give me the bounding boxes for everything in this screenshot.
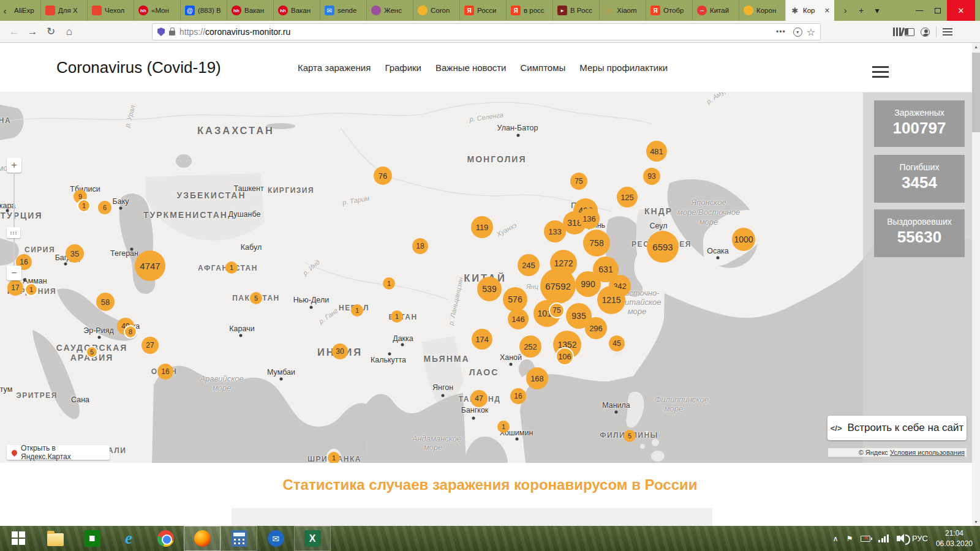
browser-tab[interactable]: @(883) В (180, 0, 227, 21)
infection-count-bubble[interactable]: 5 (624, 430, 636, 442)
infection-count-bubble[interactable]: 119 (471, 216, 493, 238)
zoom-out-button[interactable]: − (7, 266, 21, 280)
zoom-in-button[interactable]: + (7, 158, 21, 173)
browser-tab[interactable]: Для X (40, 0, 87, 21)
browser-tab[interactable]: ☞Xiaom (599, 0, 646, 21)
taskbar-excel-icon[interactable]: X (294, 526, 331, 551)
pocket-icon[interactable]: ▾ (793, 28, 802, 37)
taskbar-firefox-icon[interactable] (184, 526, 221, 551)
sidebar-icon[interactable] (905, 28, 914, 36)
url-bar[interactable]: https://coronavirus-monitor.ru ••• ▾ ☆ (152, 23, 821, 40)
page-scrollbar[interactable]: ▲ ▼ (972, 43, 980, 526)
browser-tab[interactable]: Чехол (87, 0, 134, 21)
taskbar-start-icon[interactable] (0, 526, 37, 551)
bookmark-star-icon[interactable]: ☆ (807, 26, 815, 38)
taskbar-calc-icon[interactable] (221, 526, 257, 551)
infection-count-bubble[interactable]: 30 (332, 343, 348, 359)
new-tab-button[interactable]: + (854, 2, 869, 18)
infection-count-bubble[interactable]: 174 (472, 329, 492, 350)
infection-count-bubble[interactable]: 1000 (732, 228, 755, 251)
zoom-slider-handle[interactable] (7, 227, 20, 238)
page-actions-icon[interactable]: ••• (773, 28, 789, 36)
infection-count-bubble[interactable]: 8 (124, 325, 137, 339)
infection-count-bubble[interactable]: 6593 (647, 231, 679, 263)
flag-icon[interactable]: ⚑ (846, 534, 853, 543)
infection-count-bubble[interactable]: 296 (585, 317, 607, 339)
infection-count-bubble[interactable]: 58 (96, 293, 115, 311)
infection-count-bubble[interactable]: 75 (549, 302, 565, 318)
infection-count-bubble[interactable]: 106 (556, 347, 574, 365)
infection-count-bubble[interactable]: 252 (519, 335, 541, 358)
site-nav-link[interactable]: Карта заражения (298, 62, 371, 73)
browser-tab[interactable]: –Китай (692, 0, 739, 21)
infection-count-bubble[interactable]: 1 (225, 261, 238, 274)
battery-icon[interactable] (861, 536, 870, 542)
infection-count-bubble[interactable]: 125 (617, 187, 638, 208)
language-indicator[interactable]: РУС (912, 534, 928, 543)
taskbar-ie-icon[interactable]: e (110, 526, 147, 551)
infection-count-bubble[interactable]: 1 (391, 310, 403, 323)
infection-count-bubble[interactable]: 47 (470, 390, 488, 407)
infection-count-bubble[interactable]: 18 (412, 238, 428, 254)
browser-tab[interactable]: Женс (366, 0, 413, 21)
network-signal-icon[interactable] (878, 534, 889, 542)
taskbar-store-icon[interactable] (74, 526, 110, 551)
site-nav-link[interactable]: Симптомы (521, 62, 566, 73)
browser-tab[interactable]: ЯРосси (459, 0, 506, 21)
terms-of-use-link[interactable]: Условия использования (890, 449, 965, 456)
infection-count-bubble[interactable]: 1 (497, 421, 510, 433)
tab-close-icon[interactable]: ✕ (823, 7, 830, 15)
back-button[interactable]: ← (5, 23, 23, 41)
url-text[interactable]: https://coronavirus-monitor.ru (179, 27, 769, 37)
infection-count-bubble[interactable]: 1 (383, 277, 395, 290)
home-button[interactable]: ⌂ (60, 23, 78, 41)
infection-count-bubble[interactable]: 16 (510, 388, 526, 404)
clock[interactable]: 21:04 06.03.2020 (936, 528, 973, 548)
yandex-map[interactable]: КАЗАХСТАНМОНГОЛИЯУЗБЕКИСТАНТУРКМЕНИСТАНК… (0, 92, 980, 463)
site-menu-icon[interactable] (872, 63, 889, 81)
infection-count-bubble[interactable]: 1 (351, 304, 363, 317)
infection-count-bubble[interactable]: 1 (328, 452, 340, 463)
taskbar-thunderbird-icon[interactable]: ✉ (257, 526, 294, 551)
infection-count-bubble[interactable]: 1 (77, 199, 91, 212)
site-nav-link[interactable]: Графики (385, 62, 421, 73)
infection-count-bubble[interactable]: 576 (503, 287, 527, 312)
infection-count-bubble[interactable]: 75 (570, 173, 587, 190)
infection-count-bubble[interactable]: 93 (643, 168, 660, 185)
window-close-button[interactable]: ✕ (947, 0, 975, 21)
tab-overflow-icon[interactable]: › (838, 2, 853, 18)
infection-count-bubble[interactable]: 133 (544, 220, 566, 242)
open-in-yandex-maps-button[interactable]: Открыть в Яндекс.Картах (7, 445, 110, 460)
window-restore-button[interactable] (929, 0, 947, 21)
reload-button[interactable]: ↻ (42, 23, 60, 41)
account-icon[interactable] (921, 28, 930, 37)
browser-tab[interactable]: hhВакан (227, 0, 273, 21)
site-logo[interactable]: Coronavirus (Covid-19) (56, 43, 221, 92)
volume-icon[interactable] (897, 536, 900, 541)
browser-tab[interactable]: ✉sende (320, 0, 366, 21)
browser-menu-icon[interactable] (943, 26, 952, 37)
infection-count-bubble[interactable]: 245 (518, 254, 540, 276)
browser-tab[interactable]: Корон (739, 0, 785, 21)
infection-count-bubble[interactable]: 16 (157, 364, 173, 380)
browser-tab[interactable]: hh«Мон (134, 0, 180, 21)
list-all-tabs-icon[interactable]: ▾ (870, 2, 884, 18)
tracking-protection-shield-icon[interactable] (157, 28, 165, 36)
site-nav-link[interactable]: Меры профилактики (579, 62, 668, 73)
zoom-slider-track[interactable] (13, 173, 15, 266)
infection-count-bubble[interactable]: 168 (526, 367, 548, 389)
infection-count-bubble[interactable]: 5 (86, 346, 98, 358)
infection-count-bubble[interactable]: 5 (250, 292, 262, 304)
infection-count-bubble[interactable]: 17 (7, 280, 23, 296)
taskbar-chrome-icon[interactable] (147, 526, 184, 551)
infection-count-bubble[interactable]: 35 (66, 244, 84, 263)
infection-count-bubble[interactable]: 1 (24, 283, 38, 296)
scrollbar-thumb[interactable] (972, 53, 980, 132)
infection-count-bubble[interactable]: 76 (374, 167, 392, 185)
scroll-up-icon[interactable]: ▲ (972, 43, 980, 51)
taskbar-explorer-icon[interactable] (37, 526, 74, 551)
browser-tab[interactable]: AliExp (10, 0, 40, 21)
browser-tab[interactable]: ▸В Росс (552, 0, 599, 21)
infection-count-bubble[interactable]: 4747 (135, 250, 165, 281)
embed-map-button[interactable]: </> Встроить к себе на сайт (827, 416, 967, 440)
